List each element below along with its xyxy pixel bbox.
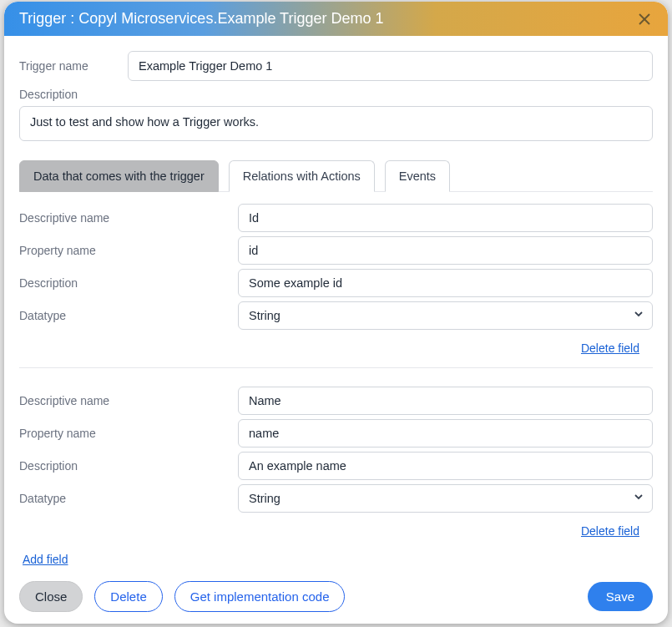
modal-footer: Close Delete Get implementation code Sav…	[4, 571, 668, 624]
property-name-label: Property name	[19, 244, 238, 257]
field-description-label: Description	[19, 459, 238, 473]
property-name-input[interactable]	[238, 236, 653, 265]
property-name-label: Property name	[19, 427, 238, 440]
tab-data[interactable]: Data that comes with the trigger	[19, 160, 219, 192]
field-description-label: Description	[19, 276, 238, 290]
trigger-name-input[interactable]	[128, 51, 653, 81]
descriptive-name-input[interactable]	[238, 204, 653, 232]
add-field-link[interactable]: Add field	[23, 553, 68, 566]
field-divider	[19, 367, 653, 368]
description-block: Description Just to test and show how a …	[19, 88, 653, 141]
modal-header: Trigger : Copyl Microservices.Example Tr…	[4, 2, 668, 36]
datatype-label: Datatype	[19, 309, 238, 322]
get-code-button[interactable]: Get implementation code	[174, 581, 346, 612]
save-button[interactable]: Save	[588, 582, 653, 611]
modal-title: Trigger : Copyl Microservices.Example Tr…	[19, 10, 383, 28]
datatype-select[interactable]: String	[238, 484, 653, 513]
field-block: Descriptive name Property name Descripti…	[19, 204, 653, 367]
descriptive-name-label: Descriptive name	[19, 211, 238, 225]
description-input[interactable]: Just to test and show how a Trigger work…	[19, 106, 653, 141]
delete-button[interactable]: Delete	[94, 581, 162, 612]
trigger-modal: Trigger : Copyl Microservices.Example Tr…	[4, 2, 668, 624]
trigger-name-label: Trigger name	[19, 59, 128, 73]
close-button[interactable]: Close	[19, 581, 83, 612]
property-name-input[interactable]	[238, 419, 653, 447]
tab-relations[interactable]: Relations with Actions	[229, 160, 375, 192]
datatype-label: Datatype	[19, 492, 238, 505]
modal-body: Trigger name Description Just to test an…	[4, 36, 668, 571]
descriptive-name-label: Descriptive name	[19, 394, 238, 407]
trigger-name-row: Trigger name	[19, 51, 653, 81]
close-icon[interactable]	[636, 11, 653, 28]
description-label: Description	[19, 88, 653, 101]
field-description-input[interactable]	[238, 452, 653, 480]
field-description-input[interactable]	[238, 269, 653, 297]
tabs: Data that comes with the trigger Relatio…	[19, 159, 653, 192]
delete-field-link[interactable]: Delete field	[581, 341, 639, 355]
descriptive-name-input[interactable]	[238, 387, 653, 415]
field-block: Descriptive name Property name Descripti…	[19, 387, 653, 550]
datatype-select[interactable]: String	[238, 301, 653, 330]
delete-field-link[interactable]: Delete field	[581, 524, 639, 538]
tab-events[interactable]: Events	[385, 160, 450, 192]
